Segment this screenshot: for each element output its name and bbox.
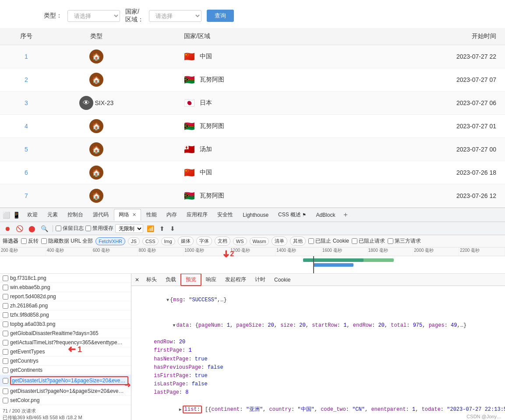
- req-item-continents[interactable]: getContinents: [0, 366, 131, 375]
- subtab-close-btn[interactable]: ✕: [135, 277, 139, 283]
- filter-media[interactable]: 媒体: [178, 236, 194, 246]
- filter-img[interactable]: Img: [161, 237, 175, 245]
- errors-button[interactable]: ⬤: [27, 224, 37, 233]
- req-name-disaster-2: getDisasterList?pageNo=1&pageSize=20&eve…: [10, 388, 128, 394]
- mark-2200: 2200 毫秒: [459, 247, 505, 256]
- req-check-win[interactable]: [3, 285, 8, 290]
- req-check-disaster-2[interactable]: [3, 388, 8, 394]
- tab-adblock[interactable]: AdBlock: [311, 210, 339, 220]
- throttle-select[interactable]: 无限制: [115, 224, 143, 233]
- country-select[interactable]: 请选择: [149, 10, 201, 22]
- filter-fetch-xhr[interactable]: Fetch/XHR: [95, 237, 125, 245]
- req-item-disaster-1[interactable]: getDisasterList?pageNo=1&pageSize=20&eve…: [0, 375, 131, 387]
- up-button[interactable]: ⬆: [158, 224, 166, 233]
- req-item-actual[interactable]: getIActualTimeList?frequency=365&eventty…: [0, 338, 131, 347]
- search-button[interactable]: 🔍: [39, 224, 50, 233]
- req-item-report[interactable]: report.5d4082d.png: [0, 292, 131, 301]
- req-check-event-types[interactable]: [3, 349, 8, 355]
- req-check-bg[interactable]: [3, 275, 8, 281]
- filter-manifest[interactable]: 清单: [272, 236, 287, 246]
- record-button[interactable]: ⏺: [3, 224, 12, 233]
- subtab-headers[interactable]: 标头: [142, 274, 161, 285]
- tab-performance[interactable]: 性能: [142, 209, 161, 220]
- req-name-bg: bg.f7318c1.png: [10, 275, 128, 281]
- hide-data-url-check[interactable]: 隐藏数据 URL 全部: [41, 237, 93, 245]
- subtab-initiator[interactable]: 发起程序: [221, 274, 251, 285]
- devtools-device-icon[interactable]: 📱: [13, 212, 20, 219]
- req-item-global[interactable]: getGlobalDisasterRealtime?days=365: [0, 329, 131, 338]
- req-item-tzfx[interactable]: tzfx.9f8d858.png: [0, 311, 131, 320]
- tab-lighthouse[interactable]: Lighthouse: [238, 210, 273, 220]
- req-item-event-types[interactable]: getEventTypes: [0, 347, 131, 356]
- tab-network[interactable]: 网络 ✕: [114, 209, 141, 221]
- subtab-response[interactable]: 响应: [201, 274, 221, 285]
- tab-security[interactable]: 安全性: [213, 209, 237, 220]
- preserve-log-check[interactable]: 保留日志: [56, 225, 84, 232]
- timeline-bars-area: [0, 256, 505, 274]
- req-item-countrys[interactable]: getCountrys: [0, 356, 131, 366]
- json-root-toggle[interactable]: [166, 296, 169, 304]
- subtab-payload[interactable]: 负载: [161, 274, 180, 285]
- json-endrow: endRow: 20: [135, 338, 501, 346]
- json-list-toggle[interactable]: [179, 406, 182, 414]
- invert-check[interactable]: 反转: [21, 237, 39, 245]
- req-check-actual[interactable]: [3, 340, 8, 346]
- req-check-tzfx[interactable]: [3, 312, 8, 318]
- disable-cache-check[interactable]: 禁用缓存: [85, 225, 113, 232]
- filter-wasm[interactable]: Wasm: [250, 237, 269, 245]
- json-isfirst: isFirstPage: true: [135, 372, 501, 380]
- tab-css-overview[interactable]: CSS 概述 ⚑: [274, 209, 311, 220]
- clear-button[interactable]: 🚫: [14, 224, 25, 233]
- req-name-topbg: topbg.a6a03b3.png: [10, 321, 128, 327]
- devtools-inspect-icon[interactable]: ⬜: [3, 212, 10, 219]
- subtab-cookie[interactable]: Cookie: [270, 275, 295, 285]
- json-data-toggle[interactable]: [173, 321, 175, 330]
- req-item-disaster-2[interactable]: getDisasterList?pageNo=1&pageSize=20&eve…: [0, 387, 131, 396]
- req-check-report[interactable]: [3, 294, 8, 300]
- req-check-setcolor[interactable]: [3, 398, 8, 403]
- req-check-disaster-1[interactable]: [3, 378, 8, 384]
- cell-country: 🇻🇺瓦努阿图: [140, 184, 272, 208]
- tab-add-button[interactable]: ＋: [342, 210, 349, 219]
- query-button[interactable]: 查询: [207, 10, 234, 22]
- json-hasprev: hasPreviousPage: false: [135, 364, 501, 372]
- req-check-continents[interactable]: [3, 367, 8, 373]
- tab-console[interactable]: 控制台: [63, 209, 88, 220]
- wifi-button[interactable]: 📶: [145, 224, 156, 233]
- third-party-check[interactable]: 第三方请求: [388, 237, 421, 245]
- country-name: 瓦努阿图: [200, 192, 224, 200]
- blocked-cookie-check[interactable]: 已阻止 Cookie: [308, 237, 349, 245]
- filter-doc[interactable]: 文档: [215, 236, 230, 246]
- tab-application[interactable]: 应用程序: [182, 209, 212, 220]
- req-check-countrys[interactable]: [3, 358, 8, 364]
- req-item-setcolor[interactable]: setColor.png: [0, 396, 131, 405]
- devtools-timeline: 200 毫秒 400 毫秒 600 毫秒 800 毫秒 1000 毫秒 1200…: [0, 247, 505, 274]
- mark-1600: 1600 毫秒: [321, 247, 367, 256]
- tab-source[interactable]: 源代码: [88, 209, 113, 220]
- req-check-topbg[interactable]: [3, 321, 8, 327]
- req-item-topbg[interactable]: topbg.a6a03b3.png: [0, 320, 131, 329]
- col-header-country: 国家/区域: [140, 28, 272, 45]
- down-button[interactable]: ⬇: [168, 224, 177, 233]
- tab-network-close[interactable]: ✕: [132, 212, 136, 217]
- filter-css[interactable]: CSS: [142, 237, 159, 245]
- blocked-request-check[interactable]: 已阻止请求: [352, 237, 385, 245]
- tab-welcome[interactable]: 欢迎: [23, 209, 42, 220]
- filter-ws[interactable]: WS: [233, 237, 247, 245]
- filter-js[interactable]: JS: [128, 237, 140, 245]
- filter-other[interactable]: 其他: [290, 236, 306, 246]
- req-item-bg[interactable]: bg.f7318c1.png: [0, 274, 131, 283]
- req-check-zh[interactable]: [3, 303, 8, 309]
- req-item-win[interactable]: win.ebbae5b.png: [0, 283, 131, 292]
- tab-memory[interactable]: 内存: [162, 209, 181, 220]
- req-check-global[interactable]: [3, 331, 8, 336]
- req-item-zh[interactable]: zh.26186a6.png: [0, 301, 131, 311]
- mark-800: 800 毫秒: [138, 247, 184, 256]
- subtab-timing[interactable]: 计时: [251, 274, 270, 285]
- type-select[interactable]: 请选择: [67, 10, 120, 22]
- tab-elements[interactable]: 元素: [43, 209, 62, 220]
- country-name: 汤加: [200, 145, 212, 153]
- filter-font[interactable]: 字体: [196, 236, 212, 246]
- flag-icon: 🇯🇵: [184, 99, 196, 107]
- subtab-preview[interactable]: 预览: [180, 274, 201, 286]
